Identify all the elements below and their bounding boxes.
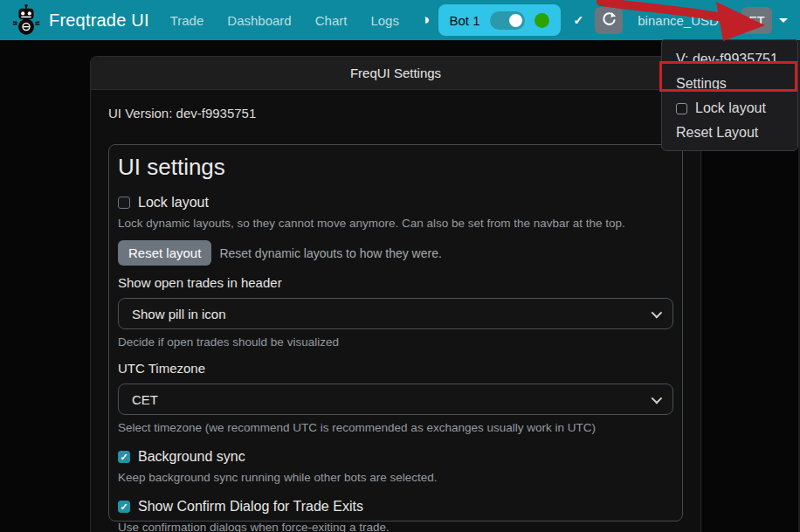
ui-version-text: UI Version: dev-f9935751 — [108, 106, 683, 121]
open-trades-description: Decide if open trades should be visualiz… — [118, 335, 673, 349]
lock-layout-checkbox[interactable] — [676, 103, 687, 114]
nav-links: Trade Dashboard Chart Logs — [170, 13, 399, 28]
open-trades-value: Show pill in icon — [132, 307, 226, 321]
nav-link-chart[interactable]: Chart — [315, 13, 348, 28]
settings-panel-body: UI Version: dev-f9935751 UI settings ✓ L… — [91, 90, 700, 522]
refresh-button[interactable] — [595, 7, 623, 34]
reset-layout-button[interactable]: Reset layout — [118, 240, 211, 266]
nav-link-trade[interactable]: Trade — [170, 13, 204, 28]
ui-settings-card: UI settings ✓ Lock layout Lock dynamic l… — [108, 144, 683, 522]
theme-toggle-icon[interactable]: ◑ — [421, 11, 430, 29]
bot-pill-label: Bot 1 — [450, 13, 480, 28]
chevron-down-icon — [652, 307, 663, 318]
open-trades-label: Show open trades in header — [118, 275, 673, 290]
bot-online-dot — [534, 13, 549, 28]
confirm-dialog-checkbox[interactable]: ✓ — [118, 501, 130, 513]
open-trades-select[interactable]: Show pill in icon — [118, 298, 673, 329]
menu-item-settings[interactable]: Settings — [662, 72, 797, 96]
ui-settings-heading: UI settings — [118, 154, 673, 181]
background-sync-label: Background sync — [138, 449, 245, 465]
confirm-dialog-description: Use confirmation dialogs when force-exit… — [118, 521, 673, 532]
timezone-value: CET — [132, 392, 158, 407]
reset-layout-row: Reset layout Reset dynamic layouts to ho… — [118, 240, 673, 266]
lock-layout-row[interactable]: ✓ Lock layout — [118, 195, 673, 211]
navbar-right: Bot 1 ✓ binance_USDT FT — [438, 4, 791, 36]
lock-layout-checkbox[interactable]: ✓ — [118, 197, 130, 209]
menu-item-reset-layout[interactable]: Reset Layout — [662, 121, 797, 145]
avatar-dropdown-menu: V: dev-f9935751 Settings Lock layout Res… — [661, 39, 798, 151]
settings-panel-header: FreqUI Settings — [91, 57, 700, 90]
nav-link-dashboard[interactable]: Dashboard — [227, 13, 291, 28]
nav-link-logs[interactable]: Logs — [370, 13, 399, 28]
freqtrade-robot-logo-icon[interactable] — [9, 3, 44, 38]
background-sync-row[interactable]: ✓ Background sync — [118, 449, 673, 465]
brand-title[interactable]: Freqtrade UI — [49, 10, 149, 31]
chevron-down-icon — [652, 392, 663, 404]
background-sync-checkbox[interactable]: ✓ — [118, 451, 130, 463]
confirm-dialog-row[interactable]: ✓ Show Confirm Dialog for Trade Exits — [118, 499, 673, 515]
refresh-icon — [602, 11, 617, 30]
timezone-description: Select timezone (we recommend UTC is rec… — [118, 421, 673, 434]
menu-item-lock-layout[interactable]: Lock layout — [662, 96, 797, 121]
check-icon: ✓ — [574, 13, 584, 27]
reset-layout-description: Reset dynamic layouts to how they were. — [219, 246, 441, 260]
lock-layout-label: Lock layout — [138, 195, 209, 211]
lock-layout-label: Lock layout — [695, 100, 766, 116]
navbar: Freqtrade UI Trade Dashboard Chart Logs … — [0, 0, 800, 40]
chevron-down-icon[interactable] — [779, 18, 788, 23]
confirm-dialog-label: Show Confirm Dialog for Trade Exits — [138, 499, 363, 515]
timezone-select[interactable]: CET — [118, 383, 673, 415]
timezone-label: UTC Timezone — [118, 361, 673, 376]
lock-layout-description: Lock dynamic layouts, so they cannot mov… — [118, 217, 673, 230]
background-sync-description: Keep background sync running while other… — [118, 471, 673, 484]
settings-panel: FreqUI Settings UI Version: dev-f9935751… — [90, 56, 701, 532]
bot-name-label[interactable]: binance_USDT — [638, 13, 727, 28]
bot-toggle-switch[interactable] — [490, 11, 525, 30]
menu-item-version: V: dev-f9935751 — [662, 45, 797, 72]
bot-selector-pill[interactable]: Bot 1 — [438, 4, 561, 36]
avatar-button[interactable]: FT — [741, 7, 772, 34]
panel-title: FreqUI Settings — [350, 66, 441, 80]
